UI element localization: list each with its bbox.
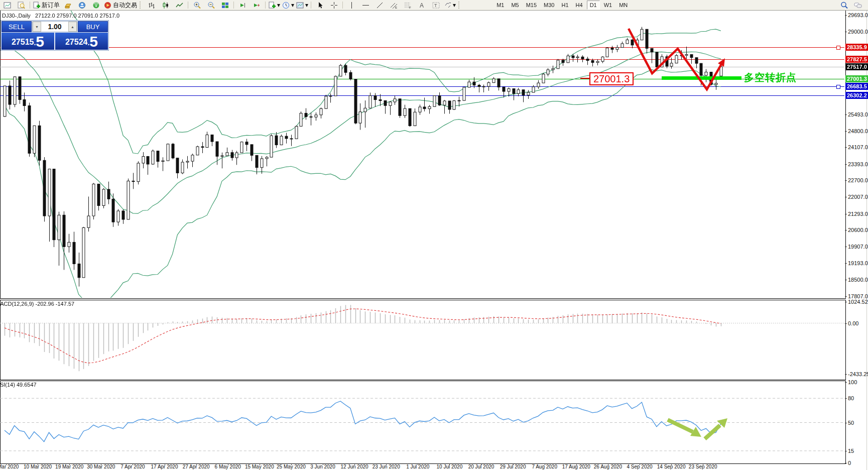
timeframe-button-h4[interactable]: H4 <box>573 1 586 10</box>
chart-shift-button[interactable] <box>250 1 264 10</box>
timeframe-button-m30[interactable]: M30 <box>541 1 557 10</box>
timeframe-button-w1[interactable]: W1 <box>601 1 615 10</box>
macd-axis-tickmark <box>845 302 847 302</box>
line-chart-button[interactable] <box>172 1 186 10</box>
svg-text:T: T <box>434 3 437 8</box>
volume-field[interactable]: 1.00 <box>41 22 68 32</box>
channel-button[interactable]: E <box>387 1 401 10</box>
label-button[interactable]: T <box>429 1 443 10</box>
rsi-axis-tick: 0 <box>848 460 851 466</box>
line-chart-icon <box>176 2 183 9</box>
buy-price-frac: 5 <box>89 34 98 49</box>
sell-button[interactable]: SELL <box>2 21 32 32</box>
level-line-handle[interactable] <box>836 85 840 89</box>
buy-price[interactable]: 27524.5 <box>55 33 108 50</box>
autotrading-label: 自动交易 <box>113 1 137 10</box>
template-dropdown[interactable]: ▾ <box>295 1 309 10</box>
rsi-canvas[interactable] <box>0 381 845 463</box>
turning-point-bar[interactable] <box>662 76 741 80</box>
shapes-dropdown[interactable]: ▾ <box>443 1 457 10</box>
macd-canvas[interactable] <box>0 300 845 379</box>
bar-chart-icon <box>148 2 155 9</box>
buy-button[interactable]: BUY <box>78 21 108 32</box>
timeframe-button-m15[interactable]: M15 <box>523 1 540 10</box>
trendline-button[interactable] <box>373 1 387 10</box>
price-level-badge: 27517.0 <box>845 63 868 70</box>
timeframe-button-h1[interactable]: H1 <box>559 1 572 10</box>
gold-icon-button[interactable] <box>61 1 75 10</box>
indicator-window-icon-button[interactable] <box>14 1 28 10</box>
date-axis-tickmark <box>354 463 355 465</box>
cursor-button[interactable] <box>313 1 327 10</box>
price-level-badge: 26683.5 <box>845 83 868 90</box>
price-axis-tickmark <box>845 32 847 32</box>
template-icon <box>296 2 304 9</box>
price-axis-tick: 19193.0 <box>848 260 868 266</box>
price-level-badge: 28335.9 <box>845 44 868 51</box>
crosshair-icon <box>330 2 338 9</box>
text-button[interactable]: A <box>415 1 429 10</box>
zoom-in-button[interactable] <box>190 1 204 10</box>
candlestick-chart-button[interactable] <box>158 1 172 10</box>
date-axis-tickmark <box>69 463 70 465</box>
price-axis-tickmark <box>845 15 847 16</box>
turning-point-text[interactable]: 多空转折点 <box>744 71 797 84</box>
main-chart-canvas[interactable] <box>0 10 845 298</box>
date-axis-tickmark <box>608 463 608 465</box>
date-axis-tickmark <box>449 463 450 465</box>
trendline-icon <box>376 2 384 9</box>
equidistant-channel-icon: E <box>390 2 398 9</box>
zoom-out-button[interactable] <box>204 1 218 10</box>
price-axis-tickmark <box>845 263 847 264</box>
level-line-handle[interactable] <box>836 46 840 50</box>
volume-down-button[interactable]: ▼ <box>33 22 41 32</box>
date-axis-tickmark <box>323 463 323 465</box>
date-axis-tickmark <box>38 463 38 465</box>
timeframe-button-m1[interactable]: M1 <box>493 1 507 10</box>
price-level-badge: 27001.3 <box>845 75 868 82</box>
new-order-button[interactable]: 新订单 <box>32 1 61 10</box>
chart-window-icon-button[interactable] <box>0 1 14 10</box>
autotrading-button[interactable]: 自动交易 <box>103 1 138 10</box>
clock-icon <box>282 2 290 9</box>
chart-ohlc-values: 27122.0 27597.0 27091.0 27517.0 <box>35 13 119 19</box>
shapes-icon <box>444 2 451 9</box>
volume-up-button[interactable]: ▲ <box>68 22 77 32</box>
toolbar-right <box>837 0 865 10</box>
date-axis-label: 2 Mar 2020 <box>0 464 19 469</box>
period-dropdown[interactable]: ▾ <box>281 1 295 10</box>
price-axis-tick: 18500.0 <box>848 277 868 283</box>
new-chart-dropdown[interactable]: ▾ <box>267 1 281 10</box>
tile-windows-button[interactable] <box>218 1 232 10</box>
triangle-up-icon: ▲ <box>71 25 74 29</box>
vertical-line-button[interactable] <box>344 1 358 10</box>
signals-icon-button[interactable] <box>89 1 103 10</box>
price-axis-tick: 22007.0 <box>848 194 868 200</box>
bar-chart-button[interactable] <box>144 1 158 10</box>
svg-text:F: F <box>409 6 411 9</box>
price-axis-tick: 24800.0 <box>848 128 868 134</box>
price-annotation-box[interactable]: 27001.3 <box>589 72 634 85</box>
fibonacci-button[interactable]: F <box>401 1 415 10</box>
zoom-in-icon <box>193 2 201 9</box>
timeframe-button-m5[interactable]: M5 <box>508 1 522 10</box>
chat-button[interactable] <box>851 1 865 10</box>
toolbar: 新订单 自动交易 <box>0 0 868 11</box>
toolbar-separator <box>311 2 311 9</box>
timeframe-button-d1[interactable]: D1 <box>587 1 600 10</box>
autoscroll-button[interactable] <box>235 1 250 10</box>
rsi-axis-tickmark <box>845 398 847 399</box>
crosshair-button[interactable] <box>327 1 341 10</box>
date-axis-tickmark <box>133 463 133 465</box>
community-icon-button[interactable] <box>75 1 89 10</box>
date-axis-tickmark <box>228 463 228 465</box>
date-axis-tickmark <box>513 463 514 465</box>
timeframe-button-mn[interactable]: MN <box>616 1 631 10</box>
horizontal-line-button[interactable] <box>358 1 373 10</box>
rsi-label: RSI(14) 49.6547 <box>0 382 37 388</box>
sell-price[interactable]: 27515.5 <box>2 33 54 50</box>
buy-price-main: 27524 <box>65 35 88 49</box>
fibonacci-icon: F <box>404 2 412 9</box>
search-button[interactable] <box>837 1 851 10</box>
dropdown-caret-icon: ▾ <box>453 2 456 9</box>
